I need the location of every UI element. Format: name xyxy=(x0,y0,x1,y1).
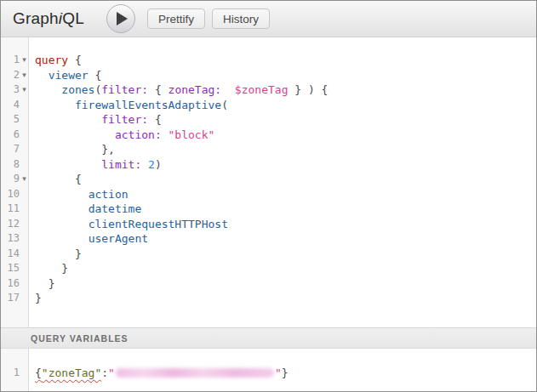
fold-gutter-spacer xyxy=(20,247,29,262)
fold-gutter-spacer xyxy=(20,231,29,247)
line-number: 8 xyxy=(1,157,20,173)
fold-arrow-icon[interactable]: ▾ xyxy=(20,82,29,98)
code-line: 5 filter: { xyxy=(1,112,536,128)
line-number: 5 xyxy=(1,112,20,128)
code-line: 9▾ { xyxy=(1,172,536,187)
prettify-button[interactable]: Prettify xyxy=(147,9,205,29)
line-number: 2 xyxy=(1,68,20,83)
code-line: 15 } xyxy=(1,261,536,276)
play-icon xyxy=(117,12,128,26)
code-text: } xyxy=(29,247,82,262)
line-number: 15 xyxy=(1,261,20,276)
toolbar: GraphiQL Prettify History xyxy=(1,1,536,37)
code-text: {"zoneTag":""} xyxy=(29,366,288,381)
variables-title: QUERY VARIABLES xyxy=(31,333,129,344)
code-text: viewer { xyxy=(29,68,101,83)
code-line: 14 } xyxy=(1,247,536,262)
variables-code-lines: 1{"zoneTag":""} xyxy=(1,349,536,381)
fold-gutter-spacer xyxy=(20,112,29,128)
line-number: 1 xyxy=(1,53,20,68)
line-number: 9 xyxy=(1,172,20,187)
fold-gutter-spacer xyxy=(20,128,29,143)
code-line: 8 limit: 2) xyxy=(1,157,536,173)
line-number: 6 xyxy=(1,128,20,143)
code-text: action xyxy=(29,187,129,202)
code-text: limit: 2) xyxy=(29,157,162,173)
code-text: { xyxy=(29,172,82,187)
code-line: 3▾ zones(filter: { zoneTag: $zoneTag } )… xyxy=(1,82,536,98)
fold-gutter-spacer xyxy=(20,217,29,232)
line-number: 13 xyxy=(1,231,20,247)
line-number: 4 xyxy=(1,98,20,113)
fold-gutter-spacer xyxy=(20,291,29,306)
code-line: 1▾query { xyxy=(1,53,536,68)
fold-gutter-spacer xyxy=(20,276,29,292)
query-editor[interactable]: 1▾query {2▾ viewer {3▾ zones(filter: { z… xyxy=(1,37,536,327)
redacted-value xyxy=(116,368,274,378)
graphiql-window: GraphiQL Prettify History 1▾query {2▾ vi… xyxy=(0,0,537,392)
code-text: }, xyxy=(29,142,115,157)
code-line: 17} xyxy=(1,291,536,306)
code-line: 12 clientRequestHTTPHost xyxy=(1,217,536,232)
line-number: 3 xyxy=(1,82,20,98)
fold-arrow-icon[interactable]: ▾ xyxy=(20,172,29,187)
code-text: datetime xyxy=(29,202,141,217)
fold-gutter-spacer xyxy=(20,98,29,113)
code-line: 11 datetime xyxy=(1,202,536,217)
logo-text: Graph xyxy=(13,9,59,27)
line-number: 14 xyxy=(1,247,20,262)
line-number: 11 xyxy=(1,202,20,217)
code-line: 6 action: "block" xyxy=(1,128,536,143)
fold-gutter-spacer xyxy=(20,187,29,202)
code-line: 1{"zoneTag":""} xyxy=(1,366,536,381)
code-text: } xyxy=(29,276,54,292)
history-button[interactable]: History xyxy=(212,9,270,29)
line-number: 17 xyxy=(1,291,20,306)
code-text: } xyxy=(29,291,42,306)
code-line: 2▾ viewer { xyxy=(1,68,536,83)
code-text: query { xyxy=(29,53,82,68)
variables-title-bar[interactable]: QUERY VARIABLES xyxy=(1,327,536,349)
code-text: filter: { xyxy=(29,112,162,128)
line-number: 16 xyxy=(1,276,20,292)
code-line: 10 action xyxy=(1,187,536,202)
line-number: 1 xyxy=(1,366,20,381)
line-number: 10 xyxy=(1,187,20,202)
query-code-lines: 1▾query {2▾ viewer {3▾ zones(filter: { z… xyxy=(1,37,536,306)
fold-gutter-spacer xyxy=(20,261,29,276)
code-text: userAgent xyxy=(29,231,148,247)
fold-arrow-icon[interactable]: ▾ xyxy=(20,68,29,83)
line-number: 7 xyxy=(1,142,20,157)
line-number: 12 xyxy=(1,217,20,232)
fold-gutter-spacer xyxy=(20,366,29,381)
code-line: 7 }, xyxy=(1,142,536,157)
graphiql-logo: GraphiQL xyxy=(1,9,84,28)
code-line: 16 } xyxy=(1,276,536,292)
variables-editor[interactable]: 1{"zoneTag":""} xyxy=(1,349,536,392)
execute-query-button[interactable] xyxy=(106,4,135,33)
code-text: } xyxy=(29,261,68,276)
fold-gutter-spacer xyxy=(20,142,29,157)
fold-gutter-spacer xyxy=(20,202,29,217)
fold-arrow-icon[interactable]: ▾ xyxy=(20,53,29,68)
code-text: firewallEventsAdaptive( xyxy=(29,98,228,113)
code-text: clientRequestHTTPHost xyxy=(29,217,228,232)
code-line: 13 userAgent xyxy=(1,231,536,247)
fold-gutter-spacer xyxy=(20,157,29,173)
logo-text-suffix: QL xyxy=(62,9,84,27)
code-text: action: "block" xyxy=(29,128,214,143)
code-line: 4 firewallEventsAdaptive( xyxy=(1,98,536,113)
code-text: zones(filter: { zoneTag: $zoneTag } ) { xyxy=(29,82,328,98)
